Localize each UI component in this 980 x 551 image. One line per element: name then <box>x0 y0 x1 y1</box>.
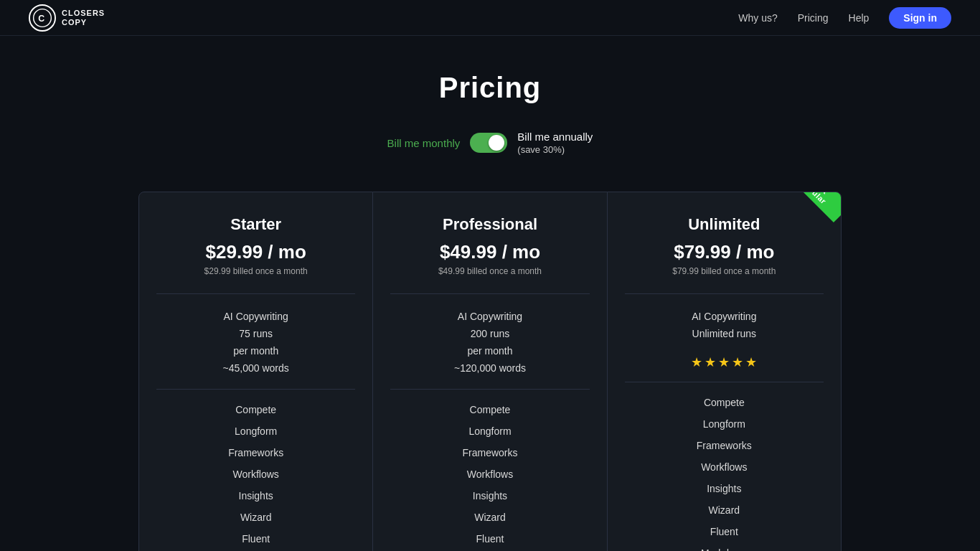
list-item: Workflows <box>467 468 513 480</box>
list-item: Wizard <box>240 512 272 523</box>
pro-divider2 <box>390 389 589 390</box>
logo[interactable]: C CLOSERS COPY <box>29 4 105 32</box>
logo-text-copy: COPY <box>62 18 105 27</box>
list-item: Insights <box>707 483 741 494</box>
list-item: Fluent <box>242 533 270 545</box>
page-title: Pricing <box>439 72 542 104</box>
unlimited-features: Compete Longform Frameworks Workflows In… <box>625 397 824 551</box>
list-item: Fluent <box>476 533 504 545</box>
pro-price: $49.99 / mo <box>440 241 540 263</box>
plan-professional: Professional $49.99 / mo $49.99 billed o… <box>373 192 606 551</box>
svg-text:C: C <box>38 13 44 23</box>
starter-price: $29.99 / mo <box>206 241 306 263</box>
starter-hl-3: per month <box>223 343 289 360</box>
list-item: Longform <box>468 425 511 437</box>
starter-hl-4: ~45,000 words <box>223 360 289 377</box>
list-item: Workflows <box>233 468 279 480</box>
list-item: Markdown <box>701 547 748 551</box>
billing-annually-label: Bill me annually <box>517 130 593 144</box>
signin-button[interactable]: Sign in <box>889 7 951 29</box>
logo-text-closers: CLOSERS <box>62 9 105 17</box>
nav-why-us[interactable]: Why us? <box>738 12 777 24</box>
list-item: Compete <box>470 404 511 415</box>
unlimited-divider2 <box>625 382 824 382</box>
starter-features: Compete Longform Frameworks Workflows In… <box>156 404 355 551</box>
pro-divider <box>390 293 589 294</box>
unlimited-stars: ★ ★ ★ ★ ★ <box>691 354 757 370</box>
list-item: Frameworks <box>462 447 517 458</box>
star-3: ★ <box>718 354 730 370</box>
pro-billing-note: $49.99 billed once a month <box>438 266 542 276</box>
unlimited-hl-2: Unlimited runs <box>692 326 756 343</box>
billing-monthly-label: Bill me monthly <box>387 137 461 149</box>
pro-hl-3: per month <box>454 343 526 360</box>
nav-pricing[interactable]: Pricing <box>798 12 829 24</box>
list-item: Longform <box>235 425 277 437</box>
pro-hl-2: 200 runs <box>454 326 526 343</box>
pro-hl-4: ~120,000 words <box>454 360 526 377</box>
star-4: ★ <box>732 354 743 370</box>
list-item: Wizard <box>709 504 740 516</box>
unlimited-price: $79.99 / mo <box>674 241 774 263</box>
starter-hl-2: 75 runs <box>223 326 289 343</box>
main-content: Pricing Bill me monthly Bill me annually… <box>0 36 980 551</box>
starter-billing-note: $29.99 billed once a month <box>204 266 308 276</box>
star-1: ★ <box>691 354 702 370</box>
unlimited-name: Unlimited <box>688 215 760 234</box>
pro-features: Compete Longform Frameworks Workflows In… <box>390 404 589 551</box>
starter-name: Starter <box>230 215 281 234</box>
starter-hl-1: AI Copywriting <box>223 309 289 326</box>
unlimited-billing-note: $79.99 billed once a month <box>672 266 776 276</box>
pro-hl-1: AI Copywriting <box>454 309 526 326</box>
logo-icon: C <box>29 4 56 32</box>
nav-links: Why us? Pricing Help Sign in <box>738 7 951 29</box>
starter-divider <box>156 293 355 294</box>
list-item: Insights <box>473 490 507 501</box>
starter-highlight: AI Copywriting 75 runs per month ~45,000… <box>223 309 289 377</box>
star-5: ★ <box>745 354 757 370</box>
list-item: Fluent <box>710 526 738 537</box>
billing-toggle-row: Bill me monthly Bill me annually (save 3… <box>387 130 593 156</box>
billing-save-label: (save 30%) <box>517 144 565 156</box>
list-item: Workflows <box>701 461 747 473</box>
star-2: ★ <box>705 354 716 370</box>
navbar: C CLOSERS COPY Why us? Pricing Help Sign… <box>0 0 980 36</box>
plan-starter: Starter $29.99 / mo $29.99 billed once a… <box>138 192 373 551</box>
list-item: Insights <box>239 490 273 501</box>
pricing-cards: Starter $29.99 / mo $29.99 billed once a… <box>138 192 842 551</box>
pro-highlight: AI Copywriting 200 runs per month ~120,0… <box>454 309 526 377</box>
pro-name: Professional <box>443 215 537 234</box>
list-item: Frameworks <box>228 447 283 458</box>
list-item: Compete <box>235 404 276 415</box>
unlimited-divider <box>625 293 824 294</box>
list-item: Wizard <box>474 512 506 523</box>
most-popular-ribbon: most popular <box>783 192 842 222</box>
plan-unlimited: most popular Unlimited $79.99 / mo $79.9… <box>607 192 842 551</box>
nav-help[interactable]: Help <box>849 12 870 24</box>
billing-annually-wrapper: Bill me annually (save 30%) <box>517 130 593 156</box>
unlimited-highlight: AI Copywriting Unlimited runs <box>692 309 756 343</box>
billing-toggle[interactable] <box>470 133 507 153</box>
list-item: Longform <box>703 418 745 430</box>
list-item: Frameworks <box>697 440 752 451</box>
unlimited-hl-1: AI Copywriting <box>692 309 756 326</box>
list-item: Compete <box>704 397 745 408</box>
starter-divider2 <box>156 389 355 390</box>
